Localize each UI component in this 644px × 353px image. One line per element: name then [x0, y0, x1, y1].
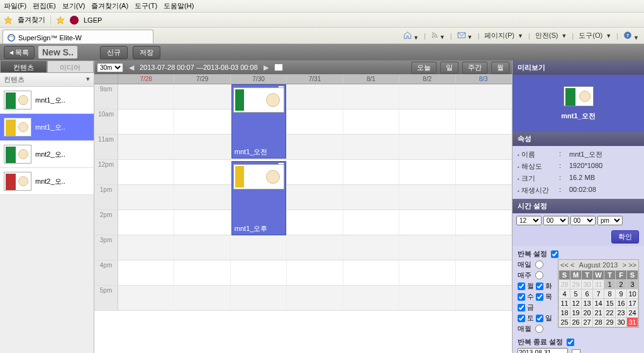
calendar-cell[interactable] [343, 235, 399, 260]
calendar-cell[interactable] [343, 160, 399, 184]
calendar-cell[interactable] [287, 261, 343, 285]
calendar-day[interactable]: 24 [627, 308, 638, 318]
calendar-cell[interactable] [399, 84, 455, 109]
calendar-day[interactable]: 8 [604, 289, 616, 299]
bookmark-favorites[interactable]: 즐겨찾기 [18, 15, 45, 25]
calendar-day[interactable]: 9 [616, 289, 627, 299]
tool-safety[interactable]: 안전(S) ▼ [535, 31, 567, 40]
calendar-day[interactable]: 26 [570, 318, 582, 327]
dow-sat-checkbox[interactable] [518, 315, 525, 322]
calendar-cell[interactable] [456, 160, 512, 184]
calendar-cell[interactable] [287, 84, 343, 109]
cal-prev-icon[interactable]: << < [560, 261, 574, 269]
list-button[interactable]: 목록 [4, 46, 35, 59]
calendar-cell[interactable] [343, 286, 399, 310]
mini-calendar[interactable]: << < August 2013 > >> SMTWTFS28293031123… [558, 259, 639, 328]
hour-select[interactable]: 12 [516, 216, 541, 225]
calendar-day[interactable]: 6 [582, 289, 593, 299]
calendar-picker-icon[interactable] [572, 349, 580, 354]
calendar-day[interactable]: 16 [616, 299, 627, 308]
home-icon[interactable]: ▼ [403, 31, 419, 41]
repeat-end-checkbox[interactable] [567, 339, 574, 346]
star-icon[interactable] [4, 16, 13, 25]
menu-view[interactable]: 보기(V) [62, 1, 86, 11]
content-item[interactable]: mnt1_오.. [0, 87, 94, 114]
calendar-day[interactable]: 13 [582, 299, 593, 308]
bookmark-lgep[interactable]: LGEP [84, 16, 102, 24]
calendar-cell[interactable] [118, 185, 174, 210]
save-button[interactable]: 저장 [133, 46, 160, 59]
calendar-cell[interactable] [231, 286, 287, 310]
calendar-day[interactable]: 22 [604, 308, 616, 318]
calendar-cell[interactable] [231, 235, 287, 260]
calendar-cell[interactable] [287, 185, 343, 210]
calendar-cell[interactable] [174, 160, 230, 184]
calendar-cell[interactable] [343, 261, 399, 285]
calendar-day[interactable]: 19 [570, 308, 582, 318]
browser-tab[interactable]: SuperSign™ Elite-W [3, 30, 153, 43]
calendar-day[interactable]: 29 [570, 280, 582, 289]
calendar-cell[interactable] [118, 160, 174, 184]
dow-sun-checkbox[interactable] [536, 315, 543, 322]
calendar-cell[interactable] [231, 261, 287, 285]
confirm-button[interactable]: 확인 [611, 230, 639, 244]
content-item[interactable]: mnt1_오.. [0, 114, 94, 141]
calendar-day[interactable]: 29 [604, 318, 616, 327]
calendar-day[interactable]: 28 [559, 280, 570, 289]
calendar-day[interactable]: 2 [616, 280, 627, 289]
dow-wed-checkbox[interactable] [518, 293, 525, 301]
calendar-cell[interactable] [287, 135, 343, 159]
calendar-cell[interactable] [118, 261, 174, 285]
calendar-cell[interactable] [343, 210, 399, 235]
calendar-day[interactable]: 31 [627, 318, 638, 327]
menu-tools[interactable]: 도구(T) [135, 1, 157, 11]
week-view-button[interactable]: 주간 [462, 62, 487, 74]
calendar-cell[interactable] [456, 185, 512, 210]
calendar-cell[interactable] [118, 210, 174, 235]
calendar-cell[interactable] [456, 109, 512, 134]
content-item[interactable]: mnt2_오.. [0, 168, 94, 195]
rss-icon[interactable]: ▼ [431, 31, 445, 40]
calendar-day[interactable]: 14 [593, 299, 604, 308]
calendar-cell[interactable] [174, 135, 230, 159]
help-icon[interactable]: ?▼ [623, 31, 639, 41]
calendar-cell[interactable] [174, 286, 230, 310]
end-date-input[interactable] [518, 348, 568, 353]
calendar-cell[interactable] [118, 286, 174, 310]
minute-select[interactable]: 00 [543, 216, 569, 225]
prev-arrow-icon[interactable]: ◀ [127, 64, 136, 72]
today-button[interactable]: 오늘 [411, 62, 436, 74]
calendar-cell[interactable] [343, 109, 399, 134]
repeat-daily-radio[interactable] [535, 261, 543, 269]
dow-mon-checkbox[interactable] [518, 283, 525, 290]
dow-fri-checkbox[interactable] [518, 304, 525, 311]
calendar-day[interactable]: 30 [616, 318, 627, 327]
dow-thu-checkbox[interactable] [536, 293, 543, 301]
calendar-cell[interactable] [343, 185, 399, 210]
zoom-select[interactable]: 30m [97, 63, 123, 72]
calendar-cell[interactable] [118, 235, 174, 260]
calendar-cell[interactable] [399, 210, 455, 235]
calendar-day[interactable]: 1 [604, 280, 616, 289]
calendar-day[interactable]: 4 [559, 289, 570, 299]
calendar-day[interactable]: 27 [582, 318, 593, 327]
calendar-day[interactable]: 23 [616, 308, 627, 318]
calendar-cell[interactable] [287, 235, 343, 260]
month-view-button[interactable]: 월 [491, 62, 509, 74]
calendar-cell[interactable] [343, 84, 399, 109]
content-item[interactable]: mnt2_오.. [0, 141, 94, 168]
calendar-cell[interactable] [399, 160, 455, 184]
calendar-day[interactable]: 28 [593, 318, 604, 327]
calendar-cell[interactable] [399, 135, 455, 159]
calendar-cell[interactable] [287, 160, 343, 184]
calendar-day[interactable]: 3 [627, 280, 638, 289]
calendar-cell[interactable] [399, 235, 455, 260]
calendar-cell[interactable] [118, 135, 174, 159]
calendar-day[interactable]: 7 [593, 289, 604, 299]
calendar-cell[interactable] [174, 261, 230, 285]
calendar-cell[interactable] [343, 135, 399, 159]
calendar-day[interactable]: 12 [570, 299, 582, 308]
new-button[interactable]: 신규 [100, 46, 128, 59]
calendar-cell[interactable] [399, 109, 455, 134]
calendar-cell[interactable] [174, 235, 230, 260]
